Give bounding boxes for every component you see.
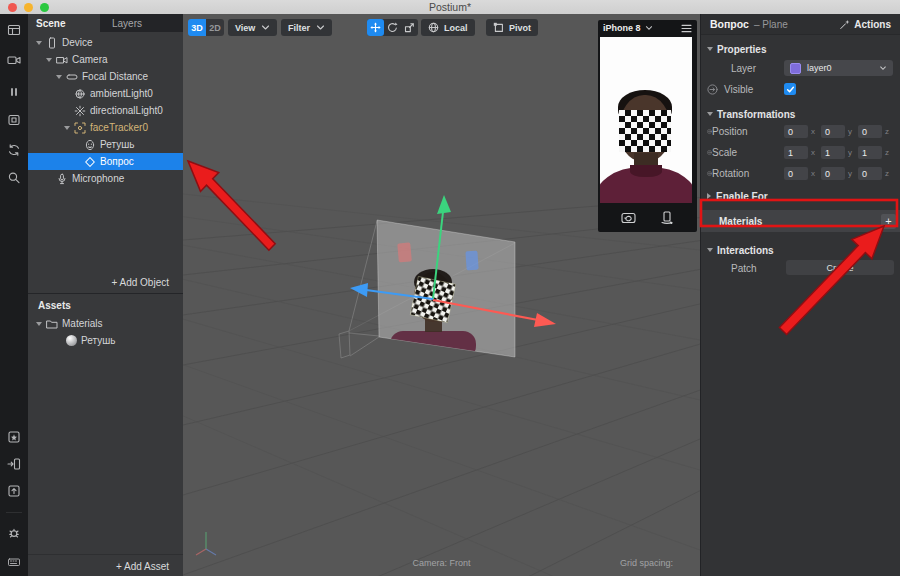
stop-frame-icon[interactable]	[0, 106, 28, 134]
move-tool-button[interactable]	[367, 19, 384, 36]
sync-icon[interactable]	[0, 136, 28, 164]
mode-3d-button[interactable]: 3D	[188, 19, 206, 36]
axis-label: x	[811, 148, 819, 157]
section-transformations[interactable]: Transformations	[701, 99, 900, 121]
pause-icon[interactable]	[0, 78, 28, 106]
axis-label: z	[885, 169, 893, 178]
tree-item-device[interactable]: Device	[28, 34, 183, 51]
patch-connect-icon[interactable]	[707, 84, 718, 95]
scale-z-field[interactable]: 1	[858, 146, 882, 159]
axis-label: y	[848, 169, 856, 178]
tree-item-focal-distance[interactable]: Focal Distance	[28, 68, 183, 85]
light-helper-red[interactable]	[397, 242, 412, 262]
tree-item-camera[interactable]: Camera	[28, 51, 183, 68]
rotation-z-field[interactable]: 0	[858, 167, 882, 180]
actions-label: Actions	[854, 19, 891, 30]
patch-connect-icon[interactable]	[701, 147, 712, 158]
tab-layers[interactable]: Layers	[100, 14, 183, 32]
create-patch-button[interactable]: Create	[786, 260, 894, 275]
traffic-lights	[8, 3, 49, 12]
view-dropdown-label: View	[235, 23, 255, 33]
toolbar-divider	[6, 512, 22, 513]
minimize-window-button[interactable]	[24, 3, 33, 12]
view-dropdown[interactable]: View	[228, 19, 277, 36]
caret-expanded[interactable]	[36, 322, 42, 326]
fullscreen-window-button[interactable]	[40, 3, 49, 12]
add-object-button[interactable]: + Add Object	[111, 277, 169, 288]
visible-label: Visible	[724, 84, 753, 95]
pivot-toggle-label: Pivot	[509, 23, 531, 33]
caret-expanded[interactable]	[64, 126, 70, 130]
caret-expanded[interactable]	[46, 58, 52, 62]
tree-item-label: directionalLight0	[90, 105, 163, 116]
project-library-icon[interactable]	[0, 423, 28, 451]
tree-item-directionallight[interactable]: directionalLight0	[28, 102, 183, 119]
scale-label: Scale	[712, 147, 737, 158]
pivot-toggle[interactable]: Pivot	[486, 19, 538, 36]
patch-connect-icon[interactable]	[701, 168, 712, 179]
layer-dropdown[interactable]: layer0	[784, 60, 893, 76]
transform-tools	[367, 19, 418, 36]
flip-camera-icon[interactable]	[621, 211, 636, 224]
wand-icon	[839, 19, 850, 30]
keyboard-shortcuts-icon[interactable]	[0, 548, 28, 576]
scale-y-field[interactable]: 1	[821, 146, 845, 159]
test-device-icon[interactable]	[0, 519, 28, 547]
tab-scene[interactable]: Scene	[28, 14, 100, 32]
chevron-down-icon[interactable]	[645, 25, 653, 31]
scale-x-field[interactable]: 1	[784, 146, 808, 159]
caret-expanded[interactable]	[56, 75, 62, 79]
mode-2d-label: 2D	[209, 23, 221, 33]
local-space-toggle[interactable]: Local	[421, 19, 475, 36]
light-helper-blue[interactable]	[465, 251, 478, 271]
position-x-field[interactable]: 0	[784, 125, 808, 138]
patch-connect-icon[interactable]	[701, 126, 712, 137]
scene-tree: Device Camera Focal Distance ambientLigh…	[28, 32, 183, 187]
section-enable-for[interactable]: Enable For	[701, 184, 900, 204]
position-z-field[interactable]: 0	[858, 125, 882, 138]
face-checker-overlay	[619, 110, 671, 152]
rotation-x-field[interactable]: 0	[784, 167, 808, 180]
send-to-device-icon[interactable]	[0, 450, 28, 478]
asset-item-retouch[interactable]: Ретушь	[28, 332, 183, 349]
inspector-object-name: Вопрос	[710, 18, 749, 30]
tree-item-facetracker[interactable]: faceTracker0	[28, 119, 183, 136]
rotation-y-field[interactable]: 0	[821, 167, 845, 180]
close-window-button[interactable]	[8, 3, 17, 12]
tree-item-ambientlight[interactable]: ambientLight0	[28, 85, 183, 102]
local-toggle-label: Local	[444, 23, 468, 33]
search-icon[interactable]	[0, 164, 28, 192]
add-asset-button[interactable]: + Add Asset	[116, 561, 169, 572]
tree-item-microphone[interactable]: Microphone	[28, 170, 183, 187]
caret-expanded[interactable]	[36, 41, 42, 45]
rotate-tool-button[interactable]	[384, 19, 401, 36]
grid-spacing-label: Grid spacing:	[620, 558, 673, 568]
tab-layers-label: Layers	[112, 18, 142, 29]
actions-button[interactable]: Actions	[839, 19, 891, 30]
section-properties[interactable]: Properties	[701, 35, 900, 57]
tree-item-vopros[interactable]: Вопрос	[28, 153, 183, 170]
section-interactions[interactable]: Interactions	[701, 238, 900, 258]
inspector-panel: Вопрос – Plane Actions Properties Layer …	[700, 14, 900, 576]
materials-bar[interactable]: Materials +	[701, 210, 900, 232]
visible-checkbox[interactable]	[784, 83, 796, 95]
focal-distance-icon	[66, 71, 78, 83]
layer-color-swatch	[790, 63, 801, 74]
position-y-field[interactable]: 0	[821, 125, 845, 138]
directional-light-icon	[74, 105, 86, 117]
add-material-button[interactable]: +	[881, 214, 896, 229]
simulator-menu-icon[interactable]	[681, 24, 692, 33]
simulator-screen[interactable]	[600, 37, 692, 203]
tree-item-retouch[interactable]: Ретушь	[28, 136, 183, 153]
asset-item-materials[interactable]: Materials	[28, 315, 183, 332]
filter-dropdown[interactable]: Filter	[281, 19, 332, 36]
tree-item-label: Microphone	[72, 173, 124, 184]
video-record-icon[interactable]	[0, 46, 28, 74]
view-mode-toggle: 3D 2D	[188, 19, 224, 36]
publish-icon[interactable]	[0, 477, 28, 505]
layout-panels-icon[interactable]	[0, 16, 28, 44]
scale-tool-button[interactable]	[401, 19, 418, 36]
asset-item-label: Materials	[62, 318, 103, 329]
mode-2d-button[interactable]: 2D	[206, 19, 224, 36]
rotate-device-icon[interactable]	[660, 211, 674, 224]
